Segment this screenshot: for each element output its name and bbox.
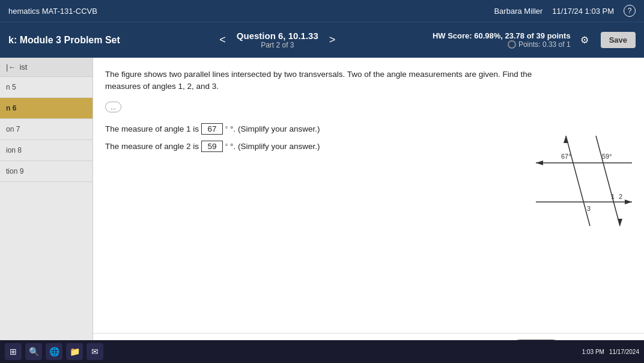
- taskbar-date: 11/17/2024: [609, 349, 639, 355]
- search-icon[interactable]: 🔍: [25, 343, 42, 360]
- points-row: Points: 0.33 of 1: [427, 40, 571, 49]
- question-info: Question 6, 10.1.33 Part 2 of 3: [237, 31, 318, 49]
- angle-1-suffix: °. (Simplify your answer.): [230, 124, 320, 133]
- svg-line-3: [596, 136, 620, 226]
- main-layout: |← ist n 5 n 6 on 7 ion 8 tion 9 The fig…: [0, 58, 644, 363]
- problem-text: The figure shows two parallel lines inte…: [105, 69, 556, 93]
- problem-area: The figure shows two parallel lines inte…: [93, 58, 644, 333]
- sidebar-label: ist: [19, 63, 27, 72]
- sidebar-item-7-label: on 7: [6, 125, 20, 133]
- angle-3-label: 3: [587, 205, 591, 212]
- angle-1-text: The measure of angle 1 is: [105, 124, 199, 133]
- sidebar-item-8-label: ion 8: [6, 146, 22, 154]
- svg-line-2: [566, 136, 590, 226]
- angle-1-input[interactable]: 67: [201, 123, 223, 135]
- help-icon[interactable]: ?: [624, 5, 636, 17]
- app-title: hematics MAT-131-CCVB: [8, 7, 97, 16]
- sidebar-back-icon[interactable]: |←: [6, 63, 16, 72]
- sidebar-item-6-label: n 6: [6, 104, 16, 112]
- nav-bar: k: Module 3 Problem Set < Question 6, 10…: [0, 22, 644, 58]
- mail-icon[interactable]: ✉: [87, 343, 103, 360]
- angle-1-degree: °: [225, 126, 228, 132]
- svg-marker-5: [618, 219, 622, 226]
- diagram-container: 67° 59° 1 2 3: [530, 130, 638, 232]
- hw-score: HW Score: 60.98%, 23.78 of 39 points: [427, 31, 571, 40]
- score-section: HW Score: 60.98%, 23.78 of 39 points Poi…: [427, 31, 571, 49]
- svg-marker-6: [536, 160, 543, 165]
- geometry-diagram: 67° 59° 1 2 3: [530, 130, 638, 232]
- angle-2-text: The measure of angle 2 is: [105, 142, 199, 151]
- date-time: 11/17/24 1:03 PM: [552, 7, 614, 16]
- browser-icon[interactable]: 🌐: [46, 343, 62, 360]
- sidebar-item-9-label: tion 9: [6, 167, 23, 175]
- angle-2-input[interactable]: 59: [201, 141, 223, 152]
- start-icon[interactable]: ⊞: [5, 343, 22, 360]
- prev-button[interactable]: <: [214, 31, 231, 49]
- content-area: The figure shows two parallel lines inte…: [93, 58, 644, 363]
- sidebar-item-5[interactable]: n 5: [0, 77, 93, 98]
- angle-2-suffix: °. (Simplify your answer.): [230, 142, 320, 151]
- taskbar: ⊞ 🔍 🌐 📁 ✉ 1:03 PM 11/17/2024: [0, 340, 644, 363]
- top-bar: hematics MAT-131-CCVB Barbara Miller 11/…: [0, 0, 644, 22]
- angle-1-label: 1: [611, 193, 615, 200]
- next-button[interactable]: >: [324, 31, 341, 49]
- angle-59-label: 59°: [602, 153, 612, 160]
- user-name: Barbara Miller: [494, 7, 542, 16]
- settings-icon[interactable]: ⚙: [580, 34, 589, 46]
- points-label: Points: 0.33 of 1: [518, 40, 571, 49]
- save-button[interactable]: Save: [601, 32, 636, 48]
- angle-2-label: 2: [619, 193, 622, 200]
- question-subtitle: Part 2 of 3: [237, 41, 318, 49]
- svg-marker-7: [625, 200, 632, 204]
- files-icon[interactable]: 📁: [66, 343, 83, 360]
- sidebar-item-5-label: n 5: [6, 83, 16, 91]
- sidebar-item-6[interactable]: n 6: [0, 98, 93, 119]
- question-nav: < Question 6, 10.1.33 Part 2 of 3 >: [135, 31, 421, 49]
- taskbar-time: 1:03 PM: [582, 349, 604, 355]
- points-circle-icon: [508, 40, 516, 49]
- angle-2-degree: °: [225, 143, 228, 150]
- question-title: Question 6, 10.1.33: [237, 31, 318, 41]
- angle-67-label: 67°: [561, 153, 571, 160]
- top-bar-right: Barbara Miller 11/17/24 1:03 PM ?: [494, 5, 636, 17]
- module-title: k: Module 3 Problem Set: [8, 35, 129, 46]
- taskbar-right: 1:03 PM 11/17/2024: [582, 349, 639, 355]
- sidebar-item-7[interactable]: on 7: [0, 119, 93, 140]
- sidebar-item-8[interactable]: ion 8: [0, 140, 93, 161]
- svg-marker-4: [564, 136, 568, 143]
- sidebar: |← ist n 5 n 6 on 7 ion 8 tion 9: [0, 58, 93, 363]
- sidebar-header: |← ist: [0, 58, 93, 77]
- sidebar-item-9[interactable]: tion 9: [0, 161, 93, 182]
- more-button[interactable]: ...: [105, 102, 121, 112]
